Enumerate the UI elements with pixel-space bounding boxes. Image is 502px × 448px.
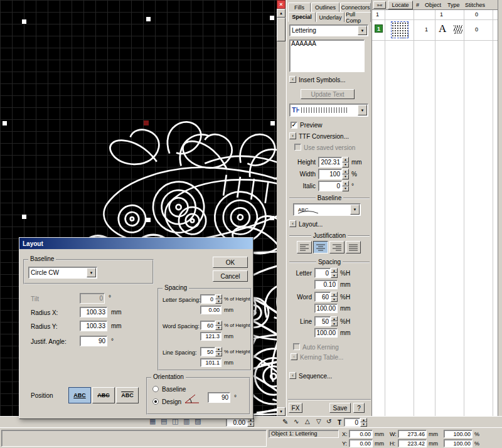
italic-input[interactable] bbox=[318, 181, 342, 191]
chevron-down-icon[interactable]: ▼ bbox=[358, 105, 367, 115]
sequence-button[interactable]: Sequence... bbox=[299, 373, 332, 380]
word-pct-input[interactable] bbox=[200, 321, 215, 330]
line-pct-input[interactable] bbox=[200, 347, 215, 356]
orientation-design-label[interactable]: Design bbox=[162, 398, 181, 405]
tab-underlay[interactable]: Underlay bbox=[316, 12, 344, 22]
tab-special[interactable]: Special bbox=[288, 12, 316, 22]
scroll-down-icon[interactable]: ▼ bbox=[277, 407, 286, 416]
rotate-icon[interactable]: ↺ bbox=[326, 418, 331, 425]
zoom-x-input[interactable] bbox=[444, 430, 473, 438]
toolbar-value-spinner[interactable]: ▲▼ bbox=[247, 418, 254, 427]
word-pct-spinner[interactable]: ▲▼ bbox=[331, 292, 338, 302]
column-header-number[interactable]: # bbox=[416, 2, 419, 8]
toolbar-value-input[interactable] bbox=[226, 418, 247, 427]
justify-left-button[interactable] bbox=[297, 241, 312, 253]
selection-handle[interactable] bbox=[22, 19, 26, 24]
object-row[interactable]: 1 1 A 0 bbox=[372, 19, 498, 40]
collapse-panel-icon[interactable]: »« bbox=[373, 1, 386, 9]
radius-x-input[interactable] bbox=[80, 307, 107, 317]
selection-handle[interactable] bbox=[146, 17, 151, 21]
line-pct-spinner[interactable]: ▲▼ bbox=[331, 316, 338, 326]
selection-handle[interactable] bbox=[270, 216, 274, 220]
locate-button[interactable]: Locate bbox=[388, 1, 413, 9]
kerning-table-button[interactable]: Kerning Table... bbox=[300, 354, 343, 361]
justify-full-button[interactable] bbox=[346, 241, 361, 253]
down-triangle-icon[interactable]: ▽ bbox=[316, 418, 321, 425]
justify-center-button[interactable] bbox=[313, 241, 328, 253]
x-input[interactable] bbox=[349, 430, 373, 438]
selection-handle[interactable] bbox=[270, 121, 275, 125]
chevron-down-icon[interactable]: ▼ bbox=[358, 26, 367, 35]
insert-symbols-button[interactable]: Insert Symbols... bbox=[299, 77, 345, 83]
collapse-chevron-icon[interactable]: ‹ bbox=[291, 353, 297, 360]
up-triangle-icon[interactable]: △ bbox=[305, 418, 310, 425]
fx-button[interactable]: FX bbox=[289, 403, 302, 413]
layout-button[interactable]: Layout... bbox=[299, 221, 323, 228]
save-button[interactable]: Save bbox=[329, 403, 351, 413]
baseline-select[interactable]: Circle CW ▼ bbox=[28, 267, 97, 279]
line-pct-input[interactable] bbox=[314, 316, 331, 326]
line-mm-input[interactable] bbox=[200, 358, 222, 367]
justif-angle-input[interactable] bbox=[80, 336, 107, 346]
orientation-angle-input[interactable] bbox=[208, 392, 230, 403]
word-pct-spinner[interactable]: ▲▼ bbox=[215, 321, 222, 330]
column-header-stitches[interactable]: Stitches bbox=[465, 2, 485, 8]
group-summary-row[interactable]: 1 1 0 bbox=[372, 10, 498, 19]
selection-handle[interactable] bbox=[22, 215, 26, 219]
width-input[interactable] bbox=[318, 169, 342, 179]
w-input[interactable] bbox=[398, 430, 427, 438]
word-mm-input[interactable] bbox=[200, 332, 222, 341]
width-spinner[interactable]: ▲▼ bbox=[342, 169, 349, 179]
radius-y-input[interactable] bbox=[80, 321, 107, 331]
tilt-input[interactable] bbox=[80, 293, 105, 304]
chevron-down-icon[interactable]: ▼ bbox=[350, 205, 360, 215]
scroll-up-icon[interactable]: ▲ bbox=[277, 9, 286, 18]
ok-button[interactable]: OK bbox=[213, 257, 248, 268]
lettering-text-input[interactable]: AAAAAA bbox=[289, 40, 365, 72]
letter-pct-spinner[interactable]: ▲▼ bbox=[331, 268, 338, 278]
italic-spinner[interactable]: ▲▼ bbox=[342, 181, 349, 191]
baseline-type-select[interactable]: ABC ▼ bbox=[293, 203, 361, 216]
orientation-baseline-label[interactable]: Baseline bbox=[162, 386, 186, 393]
tab-pull-comp[interactable]: Pull Comp bbox=[345, 12, 371, 22]
tab-outlines[interactable]: Outlines bbox=[311, 3, 339, 12]
height-spinner[interactable]: ▲▼ bbox=[342, 157, 349, 168]
ttf-conversion-button[interactable]: TTF Conversion... bbox=[299, 133, 349, 140]
column-header-type[interactable]: Type bbox=[447, 2, 460, 8]
object-thumbnail[interactable] bbox=[391, 21, 409, 38]
auto-kerning-checkbox[interactable] bbox=[293, 343, 300, 350]
collapse-chevron-icon[interactable]: ‹ bbox=[289, 372, 296, 379]
t-value-input[interactable] bbox=[344, 418, 360, 427]
word-mm-input[interactable] bbox=[314, 304, 338, 313]
letter-pct-input[interactable] bbox=[200, 294, 215, 304]
y-input[interactable] bbox=[349, 439, 373, 447]
t-value-spinner[interactable]: ▲▼ bbox=[360, 418, 367, 427]
letter-pct-input[interactable] bbox=[314, 268, 331, 278]
cancel-button[interactable]: Cancel bbox=[213, 270, 248, 282]
position-baseline-below-button[interactable]: ABC bbox=[68, 387, 91, 403]
zoom-y-input[interactable] bbox=[444, 439, 473, 447]
close-icon[interactable]: × bbox=[277, 0, 286, 9]
letter-mm-input[interactable] bbox=[314, 280, 338, 289]
preview-checkbox[interactable]: ✓ bbox=[291, 122, 297, 129]
collapse-chevron-icon[interactable]: ‹ bbox=[289, 220, 296, 227]
justify-right-button[interactable] bbox=[329, 241, 344, 253]
canvas-vertical-scrollbar[interactable]: × ▲ ▼ bbox=[277, 0, 286, 416]
help-button[interactable]: ? bbox=[353, 403, 365, 413]
letter-pct-spinner[interactable]: ▲▼ bbox=[215, 294, 222, 304]
line-pct-spinner[interactable]: ▲▼ bbox=[215, 347, 222, 356]
use-saved-version-checkbox[interactable] bbox=[294, 144, 301, 151]
orientation-baseline-radio[interactable] bbox=[152, 386, 159, 392]
word-pct-input[interactable] bbox=[314, 292, 331, 302]
height-input[interactable] bbox=[318, 157, 342, 168]
line-mm-input[interactable] bbox=[314, 328, 338, 338]
font-select[interactable]: T⊦ ▼ bbox=[289, 104, 368, 117]
position-baseline-middle-button[interactable]: ABC bbox=[92, 387, 115, 403]
collapse-chevron-icon[interactable]: ‹ bbox=[289, 132, 296, 139]
h-input[interactable] bbox=[398, 439, 427, 447]
position-baseline-above-button[interactable]: ABC bbox=[116, 387, 139, 403]
selection-handle[interactable] bbox=[3, 121, 7, 125]
scrollbar-thumb[interactable] bbox=[277, 18, 286, 41]
thread-icon[interactable]: ∿ bbox=[294, 418, 299, 425]
dialog-titlebar[interactable]: Layout bbox=[19, 238, 253, 249]
